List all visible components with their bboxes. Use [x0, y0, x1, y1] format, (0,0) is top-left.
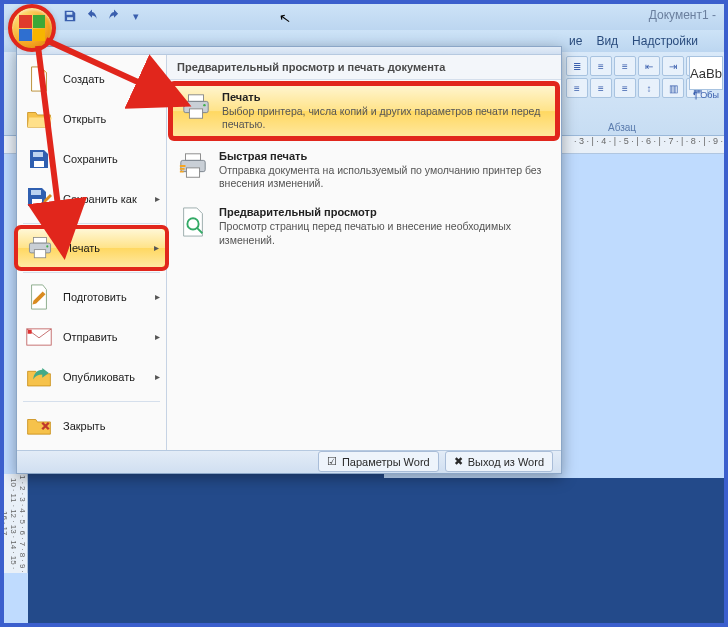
shading-icon[interactable]: ▥ — [662, 78, 684, 98]
exit-word-button[interactable]: ✖ Выход из Word — [445, 451, 553, 472]
save-icon[interactable] — [62, 8, 78, 24]
publish-icon — [25, 363, 53, 391]
quick-access-toolbar: ▾ — [62, 8, 144, 24]
style-name: ¶ Обы — [689, 90, 723, 100]
folder-open-icon — [25, 105, 53, 133]
align-right-icon[interactable]: ≡ — [614, 78, 636, 98]
doc-surface-left — [28, 474, 384, 623]
svg-rect-10 — [186, 154, 201, 161]
menu-prepare[interactable]: Подготовить — [17, 277, 166, 317]
svg-rect-2 — [34, 250, 45, 258]
svg-rect-8 — [189, 109, 202, 118]
office-menu-footer: ☑ Параметры Word ✖ Выход из Word — [17, 450, 561, 473]
indent-dec-icon[interactable]: ⇤ — [638, 56, 660, 76]
menu-open[interactable]: Открыть — [17, 99, 166, 139]
menu-create[interactable]: Создать — [17, 59, 166, 99]
menu-save-as[interactable]: Сохранить как — [17, 179, 166, 219]
svg-point-9 — [203, 104, 205, 106]
submenu-print-desc: Выбор принтера, числа копий и других пар… — [222, 105, 548, 131]
printer-icon — [180, 91, 212, 123]
svg-rect-12 — [186, 168, 199, 177]
file-new-icon — [25, 65, 53, 93]
vertical-ruler[interactable]: 1 · 2 · 3 · 4 · 5 · 6 · 7 · 8 · 9 · 10 ·… — [4, 474, 28, 573]
tab-fragment[interactable]: ие — [569, 34, 582, 48]
office-menu-left: Создать Открыть Сохранить Сохранить как — [17, 55, 167, 450]
submenu-header: Предварительный просмотр и печать докуме… — [167, 55, 561, 80]
printer-icon — [26, 234, 54, 262]
submenu-preview[interactable]: Предварительный просмотр Просмотр страни… — [167, 198, 561, 254]
menu-close[interactable]: Закрыть — [17, 406, 166, 446]
list-bullets-icon[interactable]: ≣ — [566, 56, 588, 76]
svg-rect-0 — [34, 237, 47, 243]
submenu-preview-desc: Просмотр страниц перед печатью и внесени… — [219, 220, 551, 246]
menu-save[interactable]: Сохранить — [17, 139, 166, 179]
exit-icon: ✖ — [454, 455, 463, 468]
undo-icon[interactable] — [84, 8, 100, 24]
submenu-preview-title: Предварительный просмотр — [219, 206, 551, 218]
paragraph-group: ≣ ≡ ≡ ⇤ ⇥ ¶ ≡ ≡ ≡ ↕ ▥ ▦ — [566, 56, 708, 98]
office-menu: Создать Открыть Сохранить Сохранить как — [16, 46, 562, 474]
tab-view[interactable]: Вид — [596, 34, 618, 48]
submenu-quick-title: Быстрая печать — [219, 150, 551, 162]
indent-inc-icon[interactable]: ⇥ — [662, 56, 684, 76]
printer-quick-icon — [177, 150, 209, 182]
prepare-icon — [25, 283, 53, 311]
styles-gallery[interactable]: AaBb ¶ Обы — [689, 56, 723, 100]
menu-publish[interactable]: Опубликовать — [17, 357, 166, 397]
title-bar: ▾ Документ1 - ↖ — [4, 4, 724, 30]
redo-icon[interactable] — [106, 8, 122, 24]
preview-icon — [177, 206, 209, 238]
doc-surface — [384, 478, 724, 623]
close-file-icon — [25, 412, 53, 440]
svg-rect-5 — [28, 330, 32, 334]
submenu-print-title: Печать — [222, 91, 548, 103]
align-left-icon[interactable]: ≡ — [566, 78, 588, 98]
multilevel-icon[interactable]: ≡ — [614, 56, 636, 76]
submenu-quick-desc: Отправка документа на используемый по ум… — [219, 164, 551, 190]
document-title: Документ1 - — [649, 8, 716, 22]
line-spacing-icon[interactable]: ↕ — [638, 78, 660, 98]
tab-addins[interactable]: Надстройки — [632, 34, 698, 48]
qat-customize-icon[interactable]: ▾ — [128, 8, 144, 24]
floppy-pencil-icon — [25, 185, 53, 213]
word-options-button[interactable]: ☑ Параметры Word — [318, 451, 439, 472]
svg-point-3 — [46, 245, 48, 247]
list-numbers-icon[interactable]: ≡ — [590, 56, 612, 76]
align-center-icon[interactable]: ≡ — [590, 78, 612, 98]
options-icon: ☑ — [327, 455, 337, 468]
svg-rect-6 — [189, 95, 204, 102]
office-menu-right: Предварительный просмотр и печать докуме… — [167, 55, 561, 450]
floppy-icon — [25, 145, 53, 173]
menu-print[interactable]: Печать — [17, 228, 166, 268]
menu-send[interactable]: Отправить — [17, 317, 166, 357]
office-button[interactable] — [10, 6, 54, 50]
cursor-icon: ↖ — [278, 9, 293, 27]
group-label-paragraph: Абзац — [608, 122, 636, 133]
envelope-icon — [25, 323, 53, 351]
submenu-print[interactable]: Печать Выбор принтера, числа копий и дру… — [169, 82, 559, 140]
submenu-quick-print[interactable]: Быстрая печать Отправка документа на исп… — [167, 142, 561, 198]
style-thumb[interactable]: AaBb — [689, 56, 723, 90]
